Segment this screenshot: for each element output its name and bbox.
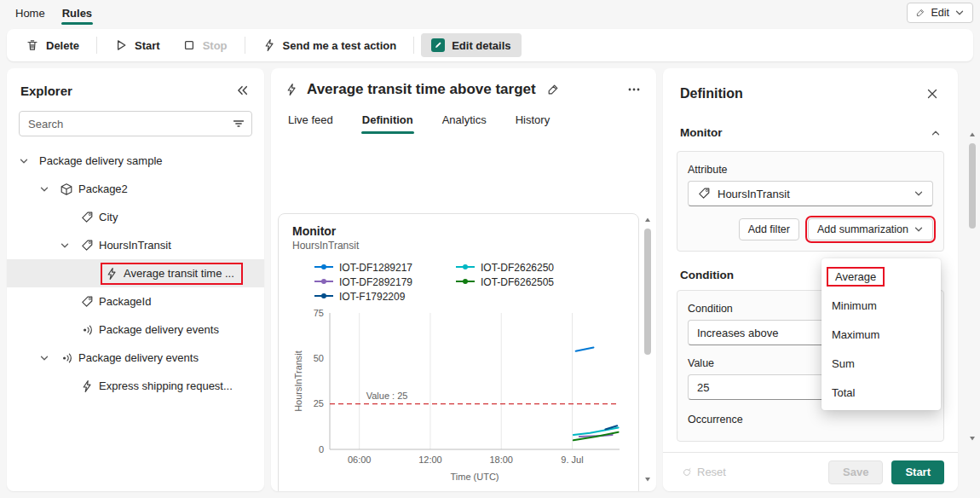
- tree-item-package-delivery-sample[interactable]: Package delivery sample: [7, 147, 264, 175]
- tree-item-average-transit-time[interactable]: Average transit time ...: [7, 259, 264, 287]
- filter-icon[interactable]: [232, 117, 245, 130]
- svg-text:Value : 25: Value : 25: [366, 391, 408, 401]
- tab-history[interactable]: History: [507, 107, 558, 134]
- tree-item-package-delivery-events-2[interactable]: Package delivery events: [7, 344, 264, 372]
- edit-details-button[interactable]: Edit details: [421, 33, 521, 57]
- attribute-group: Attribute HoursInTransit Add filter Add …: [677, 151, 944, 252]
- tree-item-hoursintransit[interactable]: HoursInTransit: [7, 231, 264, 259]
- stop-button[interactable]: Stop: [172, 33, 238, 57]
- collapse-panel-button[interactable]: [233, 82, 251, 99]
- close-panel-button[interactable]: [924, 85, 941, 102]
- send-test-action-button[interactable]: Send me a test action: [252, 33, 407, 57]
- add-summarization-label: Add summarization: [817, 223, 908, 235]
- delete-label: Delete: [46, 39, 79, 52]
- scroll-down-icon[interactable]: [967, 433, 977, 443]
- attribute-dropdown-value: HoursInTransit: [718, 188, 790, 200]
- chevron-down-icon[interactable]: [39, 184, 60, 194]
- annotation-highlight-box: Average: [827, 267, 885, 287]
- svg-text:18:00: 18:00: [489, 455, 513, 465]
- tab-definition[interactable]: Definition: [354, 107, 422, 134]
- toolbar-divider: [96, 37, 97, 54]
- delete-button[interactable]: Delete: [15, 33, 89, 57]
- monitor-section-header[interactable]: Monitor: [663, 107, 958, 151]
- rule-bolt-icon: [285, 83, 298, 96]
- edit-button-label: Edit: [931, 7, 949, 19]
- svg-text:50: 50: [314, 353, 324, 363]
- legend-label: IOT-DF6262505: [481, 276, 554, 288]
- menu-item-sum[interactable]: Sum: [821, 349, 941, 378]
- attribute-dropdown[interactable]: HoursInTransit: [688, 181, 933, 206]
- legend-label: IOT-DF1289217: [339, 262, 412, 274]
- tab-live-feed[interactable]: Live feed: [280, 107, 342, 134]
- monitor-card: Monitor HoursInTransit IOT-DF1289217 IOT…: [278, 213, 639, 491]
- lightning-icon: [262, 38, 276, 52]
- send-test-action-label: Send me a test action: [283, 39, 397, 52]
- monitor-card-subtitle: HoursInTransit: [292, 240, 625, 252]
- start-rule-button[interactable]: Start: [891, 460, 944, 484]
- play-icon: [114, 38, 128, 52]
- scroll-up-icon[interactable]: [967, 130, 977, 140]
- tree-item-packageid[interactable]: PackageId: [7, 287, 264, 316]
- edit-button[interactable]: Edit: [907, 3, 973, 23]
- search-input[interactable]: [19, 111, 252, 136]
- close-icon: [925, 87, 939, 101]
- reset-button[interactable]: Reset: [677, 465, 731, 479]
- definition-panel-title: Definition: [680, 86, 743, 101]
- chevron-down-icon[interactable]: [60, 240, 80, 251]
- tag-icon: [80, 295, 99, 309]
- chevron-down-icon[interactable]: [19, 156, 39, 166]
- legend-label: IOT-DF2892179: [339, 276, 412, 288]
- scroll-down-icon[interactable]: [643, 474, 653, 484]
- tree-item-express-shipping-request[interactable]: Express shipping request...: [7, 372, 264, 400]
- detail-scroll-area: Monitor HoursInTransit IOT-DF1289217 IOT…: [278, 211, 639, 491]
- eventstream-icon: [80, 323, 99, 337]
- scrollbar-thumb[interactable]: [969, 143, 976, 229]
- rename-rule-button[interactable]: [545, 81, 562, 98]
- scrollbar-thumb[interactable]: [644, 229, 651, 355]
- pencil-icon: [915, 8, 925, 18]
- legend-marker: [314, 291, 333, 303]
- tag-icon: [80, 211, 99, 224]
- tree-item-label: HoursInTransit: [99, 239, 171, 252]
- double-chevron-left-icon: [235, 84, 249, 97]
- tree-item-package-delivery-events[interactable]: Package delivery events: [7, 316, 264, 344]
- nav-tab-home[interactable]: Home: [7, 2, 54, 25]
- svg-text:0: 0: [319, 444, 324, 455]
- page-scrollbar[interactable]: [966, 130, 978, 443]
- annotation-highlight-box: Average transit time ...: [101, 263, 243, 285]
- legend-item: IOT-DF6262505: [456, 276, 625, 288]
- rule-title: Average transit time above target: [307, 81, 536, 98]
- tree-item-city[interactable]: City: [7, 203, 264, 231]
- start-button[interactable]: Start: [104, 33, 170, 57]
- menu-item-maximum[interactable]: Maximum: [821, 320, 941, 349]
- svg-text:06:00: 06:00: [348, 455, 372, 465]
- summarization-menu: Average Minimum Maximum Sum Total: [821, 258, 941, 410]
- tree-item-label: Express shipping request...: [99, 379, 233, 392]
- stop-icon: [182, 38, 196, 52]
- nav-tab-rules[interactable]: Rules: [54, 2, 101, 25]
- explorer-panel: Explorer Package delivery sample Package…: [7, 68, 264, 491]
- tree-item-label: Package delivery events: [78, 351, 199, 364]
- svg-text:Time (UTC): Time (UTC): [450, 472, 499, 482]
- menu-item-average[interactable]: Average: [821, 262, 941, 291]
- menu-item-total[interactable]: Total: [821, 378, 941, 407]
- more-dots-icon: [627, 83, 641, 96]
- save-button[interactable]: Save: [828, 460, 883, 484]
- command-toolbar: Delete Start Stop Send me a test action …: [7, 29, 973, 61]
- monitor-line-chart: 06:0012:0018:009. Jul0255075Value : 25Ti…: [292, 303, 628, 485]
- detail-scrollbar[interactable]: [642, 215, 654, 484]
- chevron-down-icon[interactable]: [39, 353, 60, 363]
- legend-item: IOT-DF2892179: [314, 276, 451, 288]
- menu-item-minimum[interactable]: Minimum: [821, 291, 941, 320]
- legend-item: IOT-F1792209: [314, 291, 451, 303]
- add-filter-button[interactable]: Add filter: [739, 218, 799, 240]
- legend-marker: [314, 276, 333, 288]
- add-summarization-button[interactable]: Add summarization: [808, 218, 933, 240]
- chevron-down-icon: [914, 188, 924, 199]
- legend-item: IOT-DF1289217: [314, 262, 451, 274]
- tree-item-package2[interactable]: Package2: [7, 175, 264, 203]
- condition-dropdown-value: Increases above: [697, 327, 778, 339]
- more-options-button[interactable]: [625, 81, 643, 98]
- scroll-up-icon[interactable]: [643, 215, 653, 225]
- tab-analytics[interactable]: Analytics: [434, 107, 495, 134]
